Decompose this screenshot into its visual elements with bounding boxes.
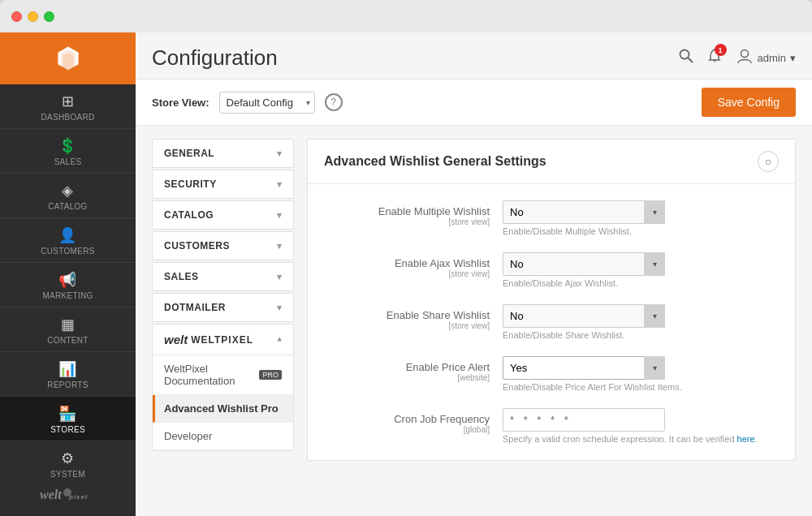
form-field-col: Specify a valid cron schedule expression… <box>503 408 779 444</box>
config-nav-security-header[interactable]: SECURITY ▾ <box>153 170 293 198</box>
notifications-wrapper: 1 <box>706 48 723 68</box>
store-view-left: Store View: Default Config ▾ ? <box>152 92 343 114</box>
form-row-share-wishlist: Enable Share Wishlist [store view] No Ye… <box>308 296 795 348</box>
svg-line-4 <box>688 58 693 62</box>
share-wishlist-hint: Enable/Disable Share Wishlist. <box>503 330 779 340</box>
chevron-down-icon: ▾ <box>277 241 283 252</box>
form-row-ajax-wishlist: Enable Ajax Wishlist [store view] No Yes… <box>308 244 795 296</box>
cron-job-hint: Specify a valid cron schedule expression… <box>503 434 779 444</box>
ajax-wishlist-select[interactable]: No Yes <box>503 252 665 276</box>
weltpixel-sub-items: WeltPixel Documentation PRO Advanced Wis… <box>153 355 293 450</box>
collapse-button[interactable]: ○ <box>758 151 779 172</box>
weltpixel-brand: welt WELTPIXEL <box>164 333 253 346</box>
top-bar: Configuration 1 <box>136 32 812 80</box>
share-wishlist-scope: [store view] <box>324 321 490 330</box>
store-view-select[interactable]: Default Config <box>219 92 315 114</box>
price-alert-scope: [website] <box>324 373 490 382</box>
config-content-panel: Advanced Wishlist General Settings ○ Ena… <box>307 139 796 461</box>
window-chrome <box>0 0 812 32</box>
form-row-multiple-wishlist: Enable Multiple Wishlist [store view] No… <box>308 192 795 244</box>
price-alert-select-wrapper: No Yes ▾ <box>503 356 665 380</box>
multiple-wishlist-label: Enable Multiple Wishlist <box>324 205 490 217</box>
sidebar-item-label: CUSTOMERS <box>41 247 94 256</box>
save-config-button[interactable]: Save Config <box>702 88 796 117</box>
chevron-down-icon: ▾ <box>277 179 283 190</box>
svg-point-7 <box>741 50 748 58</box>
sidebar-item-reports[interactable]: 📊 REPORTS <box>0 352 136 397</box>
page-title: Configuration <box>152 45 278 71</box>
advanced-wishlist-item[interactable]: Advanced Wishlist Pro <box>153 395 293 423</box>
svg-text:welt: welt <box>40 488 62 501</box>
config-nav: GENERAL ▾ SECURITY ▾ CATALOG ▾ <box>152 139 294 461</box>
cron-job-input[interactable] <box>503 408 665 432</box>
help-icon[interactable]: ? <box>325 93 343 111</box>
config-nav-sales: SALES ▾ <box>152 262 294 291</box>
user-icon <box>736 47 754 65</box>
share-wishlist-select[interactable]: No Yes <box>503 304 665 328</box>
notifications-badge: 1 <box>715 44 727 56</box>
form-field-col: No Yes ▾ Enable/Disable Price Alert For … <box>503 356 779 392</box>
config-nav-sales-header[interactable]: SALES ▾ <box>153 263 293 290</box>
close-button[interactable] <box>11 11 22 22</box>
sidebar-item-content[interactable]: ▦ CONTENT <box>0 307 136 352</box>
sales-icon: 💲 <box>58 137 76 155</box>
sidebar-item-marketing[interactable]: 📢 MARKETING <box>0 263 136 307</box>
chevron-down-icon: ▾ <box>277 210 283 221</box>
config-section-title: Advanced Wishlist General Settings <box>324 154 546 169</box>
ajax-wishlist-select-wrapper: No Yes ▾ <box>503 252 665 276</box>
developer-label: Developer <box>164 430 212 442</box>
ajax-wishlist-scope: [store view] <box>324 269 490 278</box>
config-nav-general: GENERAL ▾ <box>152 139 294 168</box>
customers-icon: 👤 <box>58 226 76 244</box>
weltpixel-documentation-item[interactable]: WeltPixel Documentation PRO <box>153 355 293 395</box>
minimize-button[interactable] <box>28 11 38 22</box>
config-nav-catalog-header[interactable]: CATALOG ▾ <box>153 201 293 229</box>
sidebar-item-label: REPORTS <box>47 381 88 389</box>
cron-job-scope: [global] <box>324 425 490 434</box>
admin-caret-icon: ▾ <box>790 52 796 64</box>
sidebar-item-dashboard[interactable]: ⊞ DASHBOARD <box>0 84 136 129</box>
svg-point-3 <box>680 50 689 59</box>
share-wishlist-label: Enable Share Wishlist <box>324 309 490 321</box>
form-row-cron-job: Cron Job Frequency [global] Specify a va… <box>308 400 795 452</box>
sidebar-item-label: CONTENT <box>47 336 88 345</box>
sidebar-item-system[interactable]: ⚙ SYSTEM <box>0 441 136 478</box>
window-buttons <box>11 11 54 22</box>
sidebar-item-sales[interactable]: 💲 SALES <box>0 129 136 174</box>
sidebar: ⊞ DASHBOARD 💲 SALES ◈ CATALOG 👤 CUSTOMER… <box>0 32 136 516</box>
top-bar-actions: 1 admin ▾ <box>679 47 796 69</box>
cron-job-label: Cron Job Frequency <box>324 413 490 425</box>
weltpixel-label: WELTPIXEL <box>191 334 253 346</box>
chevron-up-icon: ▾ <box>277 334 282 345</box>
form-label-col: Enable Share Wishlist [store view] <box>324 304 503 330</box>
maximize-button[interactable] <box>44 11 54 22</box>
config-nav-customers-header[interactable]: CUSTOMERS ▾ <box>153 232 293 260</box>
admin-user-menu[interactable]: admin ▾ <box>736 47 796 69</box>
documentation-label: WeltPixel Documentation <box>164 363 254 387</box>
sidebar-item-stores[interactable]: 🏪 STORES <box>0 397 136 441</box>
ajax-wishlist-label: Enable Ajax Wishlist <box>324 257 490 269</box>
svg-point-2 <box>63 488 71 497</box>
form-table: Enable Multiple Wishlist [store view] No… <box>308 184 795 460</box>
multiple-wishlist-select[interactable]: No Yes <box>503 200 665 224</box>
config-nav-dotmailer-header[interactable]: DOTMAILER ▾ <box>153 294 293 321</box>
sidebar-item-customers[interactable]: 👤 CUSTOMERS <box>0 218 136 263</box>
weltpixel-header[interactable]: welt WELTPIXEL ▾ <box>153 325 293 355</box>
sidebar-item-label: MARKETING <box>42 291 93 300</box>
store-view-label: Store View: <box>152 97 209 109</box>
sidebar-footer: welt pixel <box>32 478 105 516</box>
sidebar-item-label: SALES <box>54 157 82 166</box>
config-nav-general-header[interactable]: GENERAL ▾ <box>153 140 293 167</box>
search-button[interactable] <box>679 49 693 67</box>
price-alert-select[interactable]: No Yes <box>503 356 665 380</box>
sidebar-item-label: SYSTEM <box>50 470 85 478</box>
dashboard-icon: ⊞ <box>62 92 74 110</box>
sidebar-item-catalog[interactable]: ◈ CATALOG <box>0 174 136 218</box>
form-field-col: No Yes ▾ Enable/Disable Multiple Wishlis… <box>503 200 779 236</box>
weltpixel-footer-logo: welt pixel <box>40 486 97 508</box>
ajax-wishlist-hint: Enable/Disable Ajax Wishlist. <box>503 278 779 288</box>
developer-item[interactable]: Developer <box>153 423 293 450</box>
cron-verify-link[interactable]: here <box>737 434 755 444</box>
multiple-wishlist-select-wrapper: No Yes ▾ <box>503 200 665 224</box>
config-nav-weltpixel: welt WELTPIXEL ▾ WeltPixel Documentation… <box>152 324 294 451</box>
